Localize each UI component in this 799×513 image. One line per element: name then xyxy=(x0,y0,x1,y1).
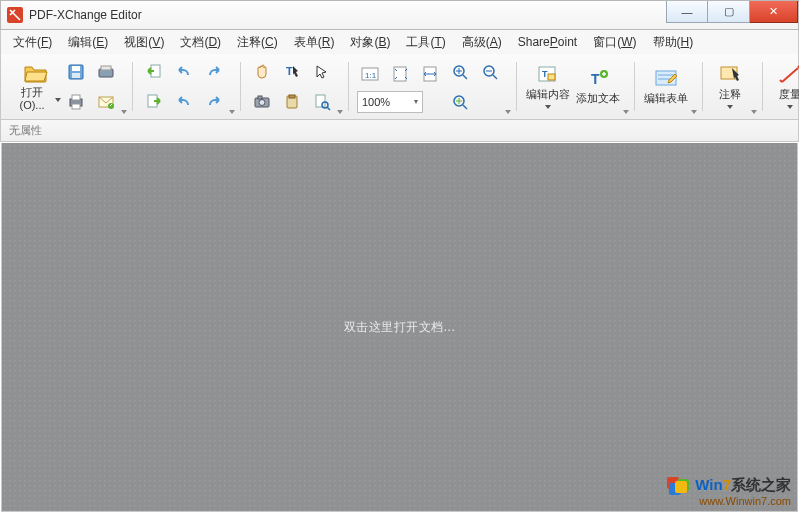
svg-text:1:1: 1:1 xyxy=(365,71,377,80)
app-title: PDF-XChange Editor xyxy=(29,8,142,22)
menu-帮助[interactable]: 帮助(H) xyxy=(645,31,702,54)
zoom-out-button[interactable] xyxy=(477,59,503,85)
redo-button[interactable] xyxy=(201,59,227,85)
zoom-in-button[interactable] xyxy=(447,59,473,85)
zoom-in-icon xyxy=(451,63,469,81)
toolbar-group-measure: 度量 xyxy=(763,56,799,117)
group-expander[interactable] xyxy=(751,56,757,117)
zoom-marquee-button[interactable] xyxy=(447,89,473,115)
maximize-button[interactable]: ▢ xyxy=(708,1,750,23)
undo-icon xyxy=(175,93,193,111)
fit-width-icon xyxy=(421,65,439,83)
toolbar-group-file: 打开(O)... xyxy=(5,56,133,117)
save-button[interactable] xyxy=(63,59,89,85)
undo-more-button[interactable] xyxy=(171,89,197,115)
scan-button[interactable] xyxy=(93,59,119,85)
redo-more-button[interactable] xyxy=(201,89,227,115)
menu-SharePoint[interactable]: SharePoint xyxy=(510,32,585,52)
snapshot-tool[interactable] xyxy=(249,89,275,115)
scanner-icon xyxy=(97,63,115,81)
print-button[interactable] xyxy=(63,89,89,115)
add-text-button[interactable]: T 添加文本 xyxy=(573,58,623,116)
zoom-region-icon xyxy=(451,93,469,111)
no-properties-label: 无属性 xyxy=(9,123,42,138)
chevron-down-icon xyxy=(727,105,733,109)
add-text-label: 添加文本 xyxy=(576,92,620,104)
edit-form-button[interactable]: 编辑表单 xyxy=(641,58,691,116)
fit-width-button[interactable] xyxy=(417,61,443,87)
edit-content-button[interactable]: T 编辑内容 xyxy=(523,58,573,116)
group-expander[interactable] xyxy=(121,56,127,117)
minimize-button[interactable]: — xyxy=(666,1,708,23)
properties-bar: 无属性 xyxy=(0,120,799,142)
svg-line-27 xyxy=(463,75,467,79)
open-button[interactable]: 打开(O)... xyxy=(11,58,61,116)
edit-content-label: 编辑内容 xyxy=(526,88,570,100)
group-expander[interactable] xyxy=(691,56,697,117)
arrow-right-page-icon xyxy=(145,93,163,111)
group-expander[interactable] xyxy=(623,56,629,117)
group-expander[interactable] xyxy=(337,56,343,117)
svg-text:T: T xyxy=(286,65,293,77)
comment-button[interactable]: 注释 xyxy=(709,58,751,116)
back-button[interactable] xyxy=(141,59,167,85)
menu-编辑[interactable]: 编辑(E) xyxy=(60,31,116,54)
clipboard-tool[interactable] xyxy=(279,89,305,115)
svg-point-15 xyxy=(259,99,265,105)
document-canvas[interactable]: 双击这里打开文档... xyxy=(1,143,798,512)
group-expander[interactable] xyxy=(229,56,235,117)
clipboard-icon xyxy=(283,93,301,111)
svg-rect-5 xyxy=(101,66,111,70)
close-button[interactable]: ✕ xyxy=(750,1,798,23)
menu-窗口[interactable]: 窗口(W) xyxy=(585,31,644,54)
svg-point-10 xyxy=(108,103,114,109)
undo-button[interactable] xyxy=(171,59,197,85)
comment-label: 注释 xyxy=(719,88,741,100)
fit-page-icon xyxy=(391,65,409,83)
group-expander[interactable] xyxy=(505,56,511,117)
undo-icon xyxy=(175,63,193,81)
menu-bar: 文件(F)编辑(E)视图(V)文档(D)注释(C)表单(R)对象(B)工具(T)… xyxy=(0,30,799,54)
hand-tool[interactable] xyxy=(249,59,275,85)
open-hint: 双击这里打开文档... xyxy=(344,319,456,336)
svg-line-31 xyxy=(493,75,497,79)
svg-rect-8 xyxy=(72,104,80,109)
menu-文档[interactable]: 文档(D) xyxy=(172,31,229,54)
chevron-down-icon xyxy=(55,98,61,102)
svg-text:T: T xyxy=(591,71,600,87)
menu-表单[interactable]: 表单(R) xyxy=(286,31,343,54)
toolbar-group-comment: 注释 xyxy=(703,56,763,117)
menu-高级[interactable]: 高级(A) xyxy=(454,31,510,54)
menu-文件[interactable]: 文件(F) xyxy=(5,31,60,54)
menu-注释[interactable]: 注释(C) xyxy=(229,31,286,54)
svg-rect-3 xyxy=(72,73,80,78)
menu-对象[interactable]: 对象(B) xyxy=(342,31,398,54)
select-tool[interactable] xyxy=(309,59,335,85)
open-label: 打开(O)... xyxy=(11,86,53,110)
svg-rect-7 xyxy=(72,95,80,100)
window-controls: — ▢ ✕ xyxy=(666,1,798,23)
search-doc-icon xyxy=(313,93,331,111)
svg-rect-2 xyxy=(72,66,80,71)
email-button[interactable] xyxy=(93,89,119,115)
toolbar-group-history xyxy=(133,56,241,117)
toolbar-group-tools: T xyxy=(241,56,349,117)
select-text-tool[interactable]: T xyxy=(279,59,305,85)
arrow-left-page-icon xyxy=(145,63,163,81)
envelope-icon xyxy=(97,93,115,111)
menu-视图[interactable]: 视图(V) xyxy=(116,31,172,54)
actual-size-button[interactable]: 1:1 xyxy=(357,61,383,87)
title-bar: PDF-XChange Editor — ▢ ✕ xyxy=(0,0,799,30)
add-text-icon: T xyxy=(586,68,610,90)
cursor-icon xyxy=(313,63,331,81)
fit-page-button[interactable] xyxy=(387,61,413,87)
text-select-icon: T xyxy=(283,63,301,81)
measure-button[interactable]: 度量 xyxy=(769,58,799,116)
find-tool[interactable] xyxy=(309,89,335,115)
zoom-combo[interactable]: 100%▾ xyxy=(357,91,423,113)
actual-size-icon: 1:1 xyxy=(360,65,380,83)
menu-工具[interactable]: 工具(T) xyxy=(398,31,453,54)
forward-button[interactable] xyxy=(141,89,167,115)
zoom-out-icon xyxy=(481,63,499,81)
toolbar-group-form: 编辑表单 xyxy=(635,56,703,117)
